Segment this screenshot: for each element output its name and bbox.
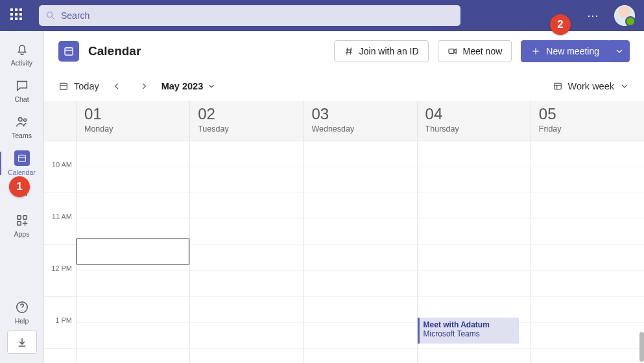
day-header: 02 Tuesday bbox=[190, 101, 303, 141]
svg-rect-17 bbox=[449, 49, 454, 54]
next-button[interactable] bbox=[134, 76, 154, 96]
rail-label: Activity bbox=[11, 59, 32, 67]
day-header: 05 Friday bbox=[531, 101, 644, 141]
prev-button[interactable] bbox=[107, 76, 126, 96]
svg-line-15 bbox=[346, 48, 347, 55]
day-number: 02 bbox=[198, 105, 296, 123]
page-title: Calendar bbox=[88, 44, 141, 58]
rail-label: Apps bbox=[14, 230, 30, 238]
svg-point-0 bbox=[47, 12, 53, 18]
download-icon bbox=[16, 336, 28, 348]
rail-item-chat[interactable]: Chat bbox=[0, 73, 44, 109]
day-column[interactable]: 05 Friday bbox=[531, 101, 644, 363]
day-name: Friday bbox=[539, 124, 638, 134]
bell-icon bbox=[15, 42, 29, 56]
svg-rect-6 bbox=[17, 216, 21, 220]
month-picker[interactable]: May 2023 bbox=[161, 81, 217, 91]
chevron-down-icon bbox=[207, 82, 216, 91]
teams-icon bbox=[15, 115, 29, 129]
svg-point-2 bbox=[18, 118, 22, 122]
view-picker[interactable]: Work week bbox=[553, 81, 630, 91]
svg-rect-22 bbox=[554, 83, 561, 89]
day-header: 03 Wednesday bbox=[304, 101, 416, 141]
meet-now-button[interactable]: Meet now bbox=[438, 40, 512, 62]
day-number: 04 bbox=[425, 105, 524, 123]
svg-rect-4 bbox=[18, 155, 25, 161]
month-label: May 2023 bbox=[161, 81, 204, 91]
search-input[interactable]: Search bbox=[39, 5, 460, 26]
day-column[interactable]: 03 Wednesday bbox=[304, 101, 417, 363]
rail-label: Chat bbox=[14, 95, 29, 103]
video-icon bbox=[447, 46, 458, 56]
day-number: 05 bbox=[539, 105, 638, 123]
time-label: 11 AM bbox=[52, 213, 72, 220]
day-name: Thursday bbox=[425, 124, 524, 134]
apps-icon bbox=[15, 213, 29, 228]
chevron-left-icon bbox=[112, 82, 121, 91]
today-label: Today bbox=[74, 81, 99, 91]
chevron-down-icon bbox=[614, 46, 625, 56]
day-column[interactable]: 04 Thursday Meet with Adatum Microsoft T… bbox=[418, 101, 531, 363]
calendar-icon bbox=[14, 150, 30, 166]
event-location: Microsoft Teams bbox=[423, 329, 515, 338]
view-icon bbox=[553, 81, 563, 91]
page-header: Calendar Join with an ID Meet now New me… bbox=[44, 31, 644, 71]
day-column[interactable]: 01 Monday bbox=[77, 101, 190, 363]
left-rail: Activity Chat Teams Calendar ⋯ Apps Help bbox=[0, 31, 44, 363]
svg-line-16 bbox=[350, 48, 351, 55]
help-icon bbox=[15, 300, 29, 314]
today-button[interactable]: Today bbox=[58, 81, 99, 91]
selection-box[interactable] bbox=[77, 239, 189, 264]
time-label: 1 PM bbox=[55, 316, 72, 324]
join-with-id-button[interactable]: Join with an ID bbox=[334, 40, 429, 62]
hash-icon bbox=[344, 46, 354, 56]
download-button[interactable] bbox=[7, 331, 37, 354]
day-name: Monday bbox=[84, 124, 183, 134]
day-column[interactable]: 02 Tuesday bbox=[190, 101, 304, 363]
svg-point-10 bbox=[21, 310, 22, 310]
search-placeholder: Search bbox=[61, 10, 89, 21]
rail-item-apps[interactable]: Apps bbox=[0, 207, 44, 244]
button-label: New meeting bbox=[546, 46, 599, 56]
annotation-1: 1 bbox=[9, 176, 30, 197]
day-number: 03 bbox=[311, 105, 410, 123]
rail-label: Help bbox=[15, 317, 29, 325]
app-launcher-icon[interactable] bbox=[10, 8, 25, 23]
calendar-toolbar: Today May 2023 Work week bbox=[44, 71, 644, 101]
time-label: 12 PM bbox=[51, 264, 72, 272]
button-label: Join with an ID bbox=[359, 46, 419, 56]
svg-rect-7 bbox=[23, 216, 27, 220]
plus-icon bbox=[531, 46, 541, 56]
rail-label: Calendar bbox=[8, 169, 36, 176]
calendar-event[interactable]: Meet with Adatum Microsoft Teams bbox=[418, 318, 519, 344]
chevron-down-icon bbox=[619, 81, 630, 91]
annotation-2: 2 bbox=[550, 14, 571, 35]
calendar-grid: 10 AM 11 AM 12 PM 1 PM 01 Monday 02 Tues… bbox=[44, 101, 644, 363]
rail-item-teams[interactable]: Teams bbox=[0, 109, 44, 145]
rail-item-activity[interactable]: Activity bbox=[0, 36, 44, 73]
avatar[interactable] bbox=[614, 5, 635, 26]
rail-item-help[interactable]: Help bbox=[0, 294, 44, 331]
scrollbar-thumb[interactable] bbox=[639, 332, 644, 362]
new-meeting-group: New meeting bbox=[521, 40, 630, 62]
chat-icon bbox=[15, 78, 29, 93]
button-label: Meet now bbox=[463, 46, 503, 56]
view-label: Work week bbox=[568, 81, 614, 91]
time-label: 10 AM bbox=[52, 161, 72, 169]
svg-line-1 bbox=[52, 17, 54, 19]
calendar-day-icon bbox=[58, 81, 69, 91]
more-icon[interactable]: ⋯ bbox=[580, 8, 606, 23]
day-name: Wednesday bbox=[311, 124, 410, 134]
new-meeting-button[interactable]: New meeting bbox=[521, 40, 609, 62]
svg-rect-8 bbox=[17, 222, 21, 226]
day-name: Tuesday bbox=[198, 124, 296, 134]
day-header: 04 Thursday bbox=[418, 101, 531, 141]
day-header: 01 Monday bbox=[77, 101, 189, 141]
new-meeting-dropdown[interactable] bbox=[609, 40, 630, 62]
day-number: 01 bbox=[84, 105, 183, 123]
event-title: Meet with Adatum bbox=[423, 320, 515, 329]
top-bar: Search ⋯ bbox=[0, 0, 644, 31]
svg-rect-20 bbox=[60, 83, 67, 89]
day-columns: 01 Monday 02 Tuesday 03 bbox=[77, 101, 644, 363]
search-icon bbox=[45, 10, 56, 21]
